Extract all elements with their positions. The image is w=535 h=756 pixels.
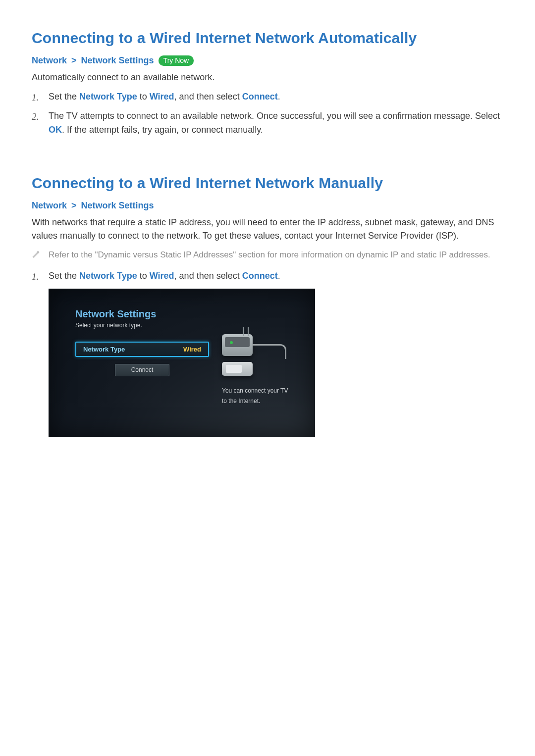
section1-intro: Automatically connect to an available ne… <box>32 71 503 84</box>
tv-subtitle: Select your network type. <box>75 322 209 329</box>
section2-intro: With networks that require a static IP a… <box>32 216 503 243</box>
section2-breadcrumb: Network > Network Settings <box>32 201 503 211</box>
try-now-badge[interactable]: Try Now <box>159 55 194 66</box>
hl-wired: Wired <box>150 92 174 101</box>
breadcrumb-network[interactable]: Network <box>32 55 67 65</box>
hl-network-type: Network Type <box>79 271 137 281</box>
modem-icon <box>222 362 253 376</box>
network-type-value: Wired <box>183 346 201 353</box>
note-text: Refer to the "Dynamic versus Static IP A… <box>49 249 503 262</box>
section2-steps: 1. Set the Network Type to Wired, and th… <box>32 269 503 284</box>
note-icon <box>32 249 49 262</box>
breadcrumb-sep: > <box>69 55 79 65</box>
step-body: Set the Network Type to Wired, and then … <box>49 90 503 104</box>
svg-rect-0 <box>37 252 39 253</box>
router-illustration <box>222 334 306 376</box>
breadcrumb-network[interactable]: Network <box>32 201 67 210</box>
tv-help-text: You can connect your TV to the Internet. <box>222 386 288 406</box>
breadcrumb-sep: > <box>69 201 79 210</box>
hl-network-type: Network Type <box>79 92 137 101</box>
network-type-label: Network Type <box>83 346 125 353</box>
breadcrumb-network-settings[interactable]: Network Settings <box>81 201 154 210</box>
step-number: 1. <box>32 269 49 284</box>
hl-connect: Connect <box>242 271 278 281</box>
step-number: 1. <box>32 90 49 104</box>
step-body: Set the Network Type to Wired, and then … <box>49 269 503 284</box>
step-body: The TV attempts to connect to an availab… <box>49 109 503 137</box>
connect-button[interactable]: Connect <box>115 364 169 376</box>
section1-breadcrumb: Network > Network Settings Try Now <box>32 55 503 66</box>
section1-title: Connecting to a Wired Internet Network A… <box>32 30 503 47</box>
manual-page: Connecting to a Wired Internet Network A… <box>0 0 535 467</box>
router-icon <box>222 334 253 356</box>
tv-title: Network Settings <box>75 308 209 320</box>
section2-title: Connecting to a Wired Internet Network M… <box>32 175 503 192</box>
list-item: 1. Set the Network Type to Wired, and th… <box>32 269 503 284</box>
list-item: 2. The TV attempts to connect to an avai… <box>32 109 503 137</box>
hl-connect: Connect <box>242 92 278 101</box>
network-type-row[interactable]: Network Type Wired <box>75 342 209 357</box>
tv-screenshot: Network Settings Select your network typ… <box>49 289 315 437</box>
list-item: 1. Set the Network Type to Wired, and th… <box>32 90 503 104</box>
breadcrumb-network-settings[interactable]: Network Settings <box>81 55 154 65</box>
section1-steps: 1. Set the Network Type to Wired, and th… <box>32 90 503 137</box>
step-number: 2. <box>32 109 49 137</box>
hl-ok: OK <box>49 125 62 135</box>
hl-wired: Wired <box>150 271 174 281</box>
note-row: Refer to the "Dynamic versus Static IP A… <box>32 249 503 262</box>
